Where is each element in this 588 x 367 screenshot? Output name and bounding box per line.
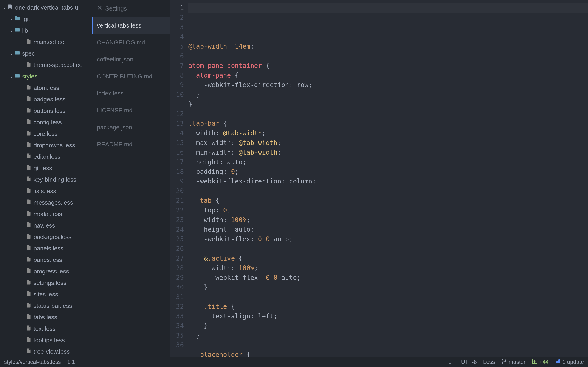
status-updates[interactable]: 1 update bbox=[555, 359, 584, 365]
tree-file[interactable]: editor.less bbox=[0, 151, 92, 162]
line-number[interactable]: 27 bbox=[170, 254, 184, 263]
line-number[interactable]: 19 bbox=[170, 177, 184, 186]
status-file-path[interactable]: styles/vertical-tabs.less bbox=[4, 359, 61, 365]
line-number[interactable]: 13 bbox=[170, 119, 184, 128]
tab[interactable]: package.json bbox=[92, 119, 170, 136]
line-number[interactable]: 4 bbox=[170, 32, 184, 42]
code-line[interactable] bbox=[188, 51, 588, 61]
line-number[interactable]: 16 bbox=[170, 148, 184, 157]
line-number[interactable]: 8 bbox=[170, 71, 184, 80]
code-line[interactable]: .placeholder { bbox=[188, 350, 588, 357]
code-line[interactable]: text-align: left; bbox=[188, 311, 588, 321]
line-number[interactable]: 22 bbox=[170, 206, 184, 215]
code-line[interactable]: height: auto; bbox=[188, 157, 588, 167]
line-number[interactable]: 10 bbox=[170, 90, 184, 100]
tree-file[interactable]: theme-spec.coffee bbox=[0, 59, 92, 71]
tree-file[interactable]: sites.less bbox=[0, 289, 92, 300]
tree-file[interactable]: panes.less bbox=[0, 254, 92, 266]
code-line[interactable]: -webkit-flex: 0 0 auto; bbox=[188, 273, 588, 283]
tree-file[interactable]: status-bar.less bbox=[0, 300, 92, 311]
tab[interactable]: LICENSE.md bbox=[92, 102, 170, 119]
tree-file[interactable]: nav.less bbox=[0, 220, 92, 231]
status-git-branch[interactable]: master bbox=[502, 359, 526, 365]
tab[interactable]: vertical-tabs.less bbox=[92, 17, 170, 34]
line-number[interactable]: 30 bbox=[170, 283, 184, 292]
gutter[interactable]: 1234567891011121314151617181920212223242… bbox=[170, 0, 188, 357]
text-editor[interactable]: 1234567891011121314151617181920212223242… bbox=[170, 0, 588, 357]
tree-file[interactable]: messages.less bbox=[0, 197, 92, 208]
tree-file[interactable]: core.less bbox=[0, 128, 92, 140]
code-line[interactable]: } bbox=[188, 90, 588, 100]
tree-file[interactable]: text.less bbox=[0, 323, 92, 334]
status-cursor[interactable]: 1:1 bbox=[67, 359, 75, 365]
code-line[interactable] bbox=[188, 340, 588, 350]
code-line[interactable]: .tab { bbox=[188, 196, 588, 206]
tree-file[interactable]: panels.less bbox=[0, 243, 92, 254]
code-line[interactable]: &.active { bbox=[188, 254, 588, 263]
line-number[interactable]: 25 bbox=[170, 234, 184, 244]
line-number[interactable]: 21 bbox=[170, 196, 184, 206]
tree-file[interactable]: progress.less bbox=[0, 266, 92, 277]
code-line[interactable]: -webkit-flex: 0 0 auto; bbox=[188, 234, 588, 244]
project-root[interactable]: ⌄ one-dark-vertical-tabs-ui bbox=[0, 2, 92, 13]
line-number[interactable]: 14 bbox=[170, 128, 184, 138]
line-number[interactable]: 32 bbox=[170, 302, 184, 311]
code-line[interactable] bbox=[188, 109, 588, 119]
tree-file[interactable]: lists.less bbox=[0, 185, 92, 197]
tree-folder[interactable]: ⌄lib bbox=[0, 25, 92, 36]
line-number[interactable]: 2 bbox=[170, 13, 184, 23]
code-line[interactable] bbox=[188, 292, 588, 302]
tree-file[interactable]: packages.less bbox=[0, 231, 92, 243]
code-line[interactable]: atom-pane { bbox=[188, 71, 588, 80]
line-number[interactable]: 18 bbox=[170, 167, 184, 177]
line-number[interactable]: 20 bbox=[170, 186, 184, 196]
code-line[interactable]: } bbox=[188, 283, 588, 292]
code-area[interactable]: @tab-width: 14em; atom-pane-container { … bbox=[188, 0, 588, 357]
tree-file[interactable]: tree-view.less bbox=[0, 346, 92, 357]
tree-folder[interactable]: ›.git bbox=[0, 13, 92, 25]
tab[interactable]: coffeelint.json bbox=[92, 51, 170, 68]
tree-file[interactable]: dropdowns.less bbox=[0, 140, 92, 151]
code-line[interactable]: width: 100%; bbox=[188, 215, 588, 225]
tree-folder[interactable]: ⌄styles bbox=[0, 71, 92, 82]
tab[interactable]: CONTRIBUTING.md bbox=[92, 68, 170, 85]
code-line[interactable]: } bbox=[188, 100, 588, 109]
tree-file[interactable]: atom.less bbox=[0, 82, 92, 94]
line-number[interactable]: 5 bbox=[170, 42, 184, 51]
line-number[interactable]: 36 bbox=[170, 340, 184, 350]
status-line-ending[interactable]: LF bbox=[448, 359, 455, 365]
code-line[interactable]: height: auto; bbox=[188, 225, 588, 234]
code-line[interactable] bbox=[188, 186, 588, 196]
line-number[interactable]: 33 bbox=[170, 311, 184, 321]
line-number[interactable]: 6 bbox=[170, 51, 184, 61]
line-number[interactable]: 15 bbox=[170, 138, 184, 148]
code-line[interactable] bbox=[188, 244, 588, 254]
line-number[interactable]: 34 bbox=[170, 321, 184, 331]
line-number[interactable]: 23 bbox=[170, 215, 184, 225]
line-number[interactable]: 28 bbox=[170, 263, 184, 273]
line-number[interactable]: 1 bbox=[170, 3, 184, 13]
line-number[interactable]: 7 bbox=[170, 61, 184, 71]
code-line[interactable]: max-width: @tab-width; bbox=[188, 138, 588, 148]
status-encoding[interactable]: UTF-8 bbox=[461, 359, 477, 365]
tree-file[interactable]: git.less bbox=[0, 162, 92, 174]
code-line[interactable]: } bbox=[188, 331, 588, 340]
code-line[interactable]: .tab-bar { bbox=[188, 119, 588, 128]
code-line[interactable]: atom-pane-container { bbox=[188, 61, 588, 71]
line-number[interactable]: 3 bbox=[170, 23, 184, 32]
tree-folder[interactable]: ⌄spec bbox=[0, 48, 92, 59]
tab[interactable]: index.less bbox=[92, 85, 170, 102]
line-number[interactable]: 24 bbox=[170, 225, 184, 234]
code-line[interactable]: top: 0; bbox=[188, 206, 588, 215]
tree-file[interactable]: modal.less bbox=[0, 208, 92, 220]
code-line[interactable]: min-width: @tab-width; bbox=[188, 148, 588, 157]
line-number[interactable]: 29 bbox=[170, 273, 184, 283]
status-grammar[interactable]: Less bbox=[483, 359, 495, 365]
tree-file[interactable]: config.less bbox=[0, 117, 92, 128]
code-line[interactable]: width: @tab-width; bbox=[188, 128, 588, 138]
status-git-diff[interactable]: +44 bbox=[532, 359, 549, 365]
tab[interactable]: CHANGELOG.md bbox=[92, 34, 170, 51]
code-line[interactable]: .title { bbox=[188, 302, 588, 311]
code-line[interactable]: padding: 0; bbox=[188, 167, 588, 177]
code-line[interactable]: width: 100%; bbox=[188, 263, 588, 273]
